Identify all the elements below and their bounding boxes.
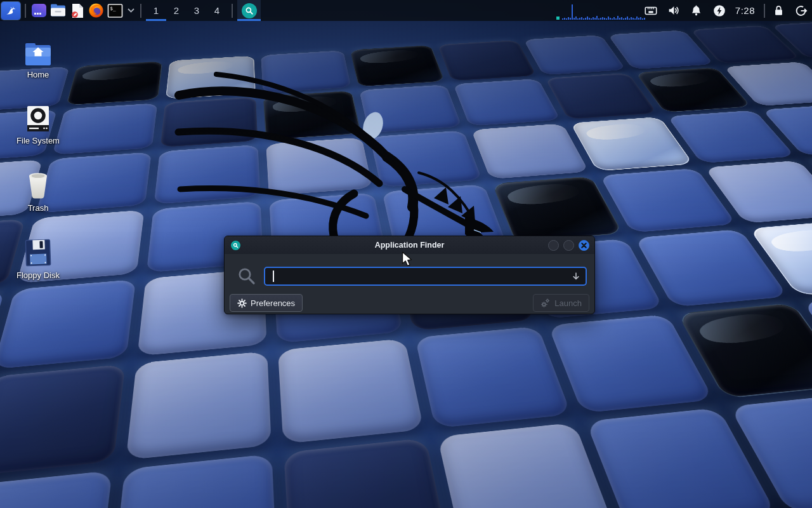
wallpaper-cube	[261, 50, 351, 93]
window-title: Application Finder	[225, 241, 594, 250]
cpu-graph-bar	[636, 17, 638, 20]
wallpaper-cube	[126, 351, 271, 460]
launch-label: Launch	[554, 298, 582, 308]
wallpaper-cube	[0, 470, 112, 508]
desktop-icon-file-system[interactable]: File System	[8, 102, 69, 145]
file-manager-launcher[interactable]	[49, 2, 67, 20]
firefox-icon	[88, 3, 104, 18]
cpu-graph-bar	[573, 18, 575, 20]
cpu-graph-bar	[568, 17, 569, 20]
wallpaper-cube	[263, 91, 361, 140]
workspace-label: 4	[214, 5, 219, 16]
cpu-graph-bar	[585, 18, 586, 20]
notifications-tray-button[interactable]	[690, 4, 704, 18]
top-panel: $_ 1 2 3 4	[0, 0, 812, 21]
wallpaper-cube	[453, 79, 561, 126]
cpu-graph-bar	[604, 18, 605, 20]
cpu-graph-bar	[591, 18, 592, 20]
wallpaper-cube	[66, 61, 163, 105]
wallpaper-cube	[266, 137, 372, 196]
panel-separator	[140, 4, 141, 18]
desktop-icon-home[interactable]: Home	[8, 36, 69, 79]
application-finder-window: Application Finder	[224, 236, 595, 314]
cpu-graph-bar	[625, 18, 626, 20]
wallpaper-cube	[437, 422, 617, 508]
launcher-dropdown-button[interactable]	[126, 2, 136, 20]
cpu-graph-bar	[562, 18, 563, 20]
terminal-launcher[interactable]: $_	[107, 2, 124, 20]
close-icon	[581, 243, 587, 248]
taskbar-app-finder-button[interactable]	[237, 0, 261, 21]
cpu-graph-bar	[629, 18, 630, 20]
kali-logo-icon	[4, 4, 18, 17]
cpu-graph-bar	[579, 18, 580, 20]
search-icon	[237, 267, 256, 286]
cpu-graph-bar	[608, 17, 609, 20]
console-launcher[interactable]	[30, 2, 48, 20]
bell-icon	[690, 4, 703, 18]
wallpaper-cube	[160, 97, 258, 147]
panel-separator	[764, 4, 765, 18]
cpu-graph-bar	[564, 18, 565, 20]
cpu-graph-widget[interactable]	[554, 0, 644, 21]
cpu-graph-bar	[644, 18, 645, 20]
workspace-button-3[interactable]: 3	[187, 0, 207, 21]
cpu-graph-bar	[612, 18, 613, 20]
firefox-launcher[interactable]	[88, 2, 105, 20]
workspace-button-4[interactable]: 4	[207, 0, 227, 21]
cpu-graph-bar	[619, 18, 620, 20]
console-icon	[32, 4, 46, 17]
cpu-graph-bar	[596, 16, 598, 20]
cpu-graph-bar	[581, 17, 582, 20]
network-tray-button[interactable]	[644, 4, 658, 18]
text-editor-launcher[interactable]	[69, 2, 86, 20]
cpu-graph-bar	[642, 18, 643, 20]
launch-button[interactable]: Launch	[533, 294, 589, 312]
cpu-graph-bar	[640, 17, 641, 20]
search-input[interactable]	[264, 267, 587, 286]
cpu-graph-bar	[627, 17, 628, 20]
terminal-icon: $_	[107, 3, 123, 18]
cpu-graph-bar	[623, 18, 624, 20]
wallpaper-cube	[369, 130, 481, 187]
wallpaper-cube	[359, 84, 462, 133]
wallpaper-cube	[166, 56, 256, 99]
workspace-label: 3	[194, 5, 199, 16]
lock-screen-button[interactable]	[771, 4, 785, 18]
desktop-icon-label: Floppy Disk	[8, 271, 69, 280]
floppy-disk-icon	[8, 236, 69, 267]
workspace-button-1[interactable]: 1	[146, 0, 166, 21]
dropdown-arrow-icon[interactable]	[572, 272, 580, 281]
panel-separator	[25, 4, 26, 18]
preferences-button[interactable]: Preferences	[230, 294, 303, 312]
cpu-graph-bar	[598, 18, 599, 20]
wallpaper-cube	[154, 145, 259, 204]
file-manager-icon	[50, 4, 66, 18]
cpu-graph-bar	[638, 18, 639, 20]
window-icon	[231, 241, 240, 250]
cpu-graph-bar	[632, 18, 634, 20]
wallpaper-cube	[492, 176, 622, 242]
maximize-button[interactable]	[563, 240, 574, 251]
wallpaper-cube	[277, 338, 423, 444]
workspace-button-2[interactable]: 2	[166, 0, 187, 21]
minimize-button[interactable]	[548, 240, 559, 251]
cpu-graph-bar	[615, 18, 617, 20]
clock[interactable]: 7:28	[735, 5, 755, 16]
cpu-graph-bar	[583, 18, 584, 20]
cpu-graph-bar	[617, 16, 619, 20]
desktop-icon-floppy-disk[interactable]: Floppy Disk	[8, 236, 69, 280]
applications-menu-button[interactable]	[1, 2, 20, 20]
workspace-label: 2	[174, 5, 179, 16]
power-manager-tray-button[interactable]	[712, 4, 726, 18]
window-titlebar[interactable]: Application Finder	[225, 236, 594, 254]
logout-button[interactable]	[794, 4, 808, 18]
volume-tray-button[interactable]	[667, 4, 681, 18]
close-button[interactable]	[579, 240, 589, 251]
desktop-icon-trash[interactable]: Trash	[8, 169, 69, 213]
cpu-graph-bar	[594, 18, 596, 20]
cpu-graph-bar	[572, 4, 573, 20]
power-manager-icon	[712, 4, 726, 18]
logout-icon	[794, 4, 808, 18]
cpu-graph-bar	[606, 18, 607, 20]
